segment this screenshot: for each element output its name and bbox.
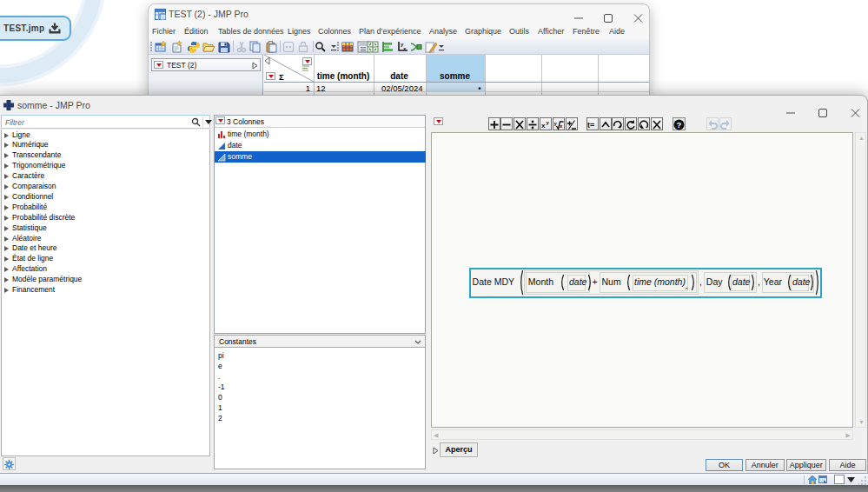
svg-text:?: ? bbox=[677, 120, 682, 130]
svg-text:y: y bbox=[553, 121, 557, 126]
svg-text:x: x bbox=[541, 122, 546, 130]
svg-text:t=: t= bbox=[587, 121, 594, 130]
svg-text:y: y bbox=[546, 120, 549, 125]
svg-text:x: x bbox=[560, 123, 563, 129]
